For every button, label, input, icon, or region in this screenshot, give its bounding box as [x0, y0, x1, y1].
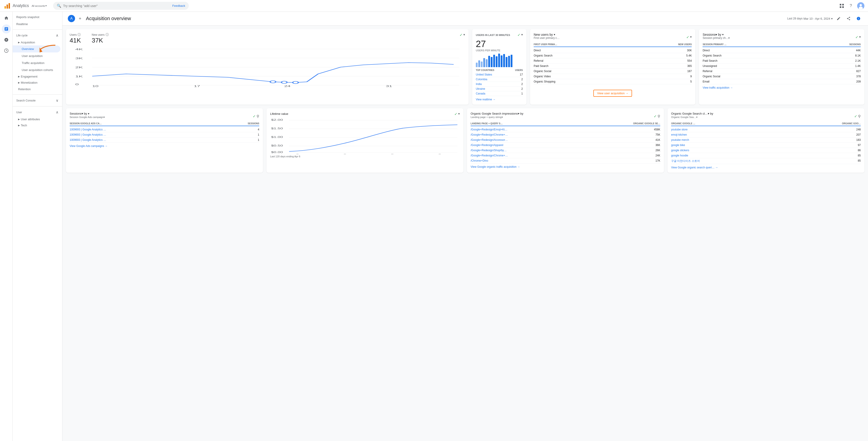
sidebar-icon-advertising[interactable]: [2, 46, 11, 55]
users-card-dropdown[interactable]: ▾: [463, 33, 465, 36]
sessions-dropdown[interactable]: ▾: [859, 35, 861, 39]
countries-table: United States 17 Colombia 2 India 2 Uk: [476, 72, 523, 96]
sessions-card-header: Sessions▾ by ▾ Session primary ch…▾ ✓ ▾: [703, 33, 861, 41]
realtime-section-label: USERS IN LAST 30 MINUTES: [476, 34, 510, 36]
organic-search-filter-icon[interactable]: ⚲: [858, 114, 861, 119]
search-bar[interactable]: 🔍 Feedback: [53, 2, 189, 10]
organic-impressions-header: Organic Google Search impressions▾ by La…: [471, 112, 660, 121]
all-accounts-selector[interactable]: All accounts ▾: [32, 4, 47, 7]
sidebar-item-user-acquisition-cohorts[interactable]: User acquisition cohorts: [13, 66, 62, 73]
sidebar-section-lifecycle[interactable]: Life cycle ∧: [13, 31, 62, 39]
topbar: Analytics All accounts ▾ 🔍 Feedback ?: [0, 0, 868, 12]
view-organic-search-link[interactable]: View Google organic search queri… →: [671, 166, 861, 169]
google-ads-status-icon: ✓: [253, 114, 256, 119]
table-row: 1009693 | Google Analytics … 1: [70, 137, 259, 143]
sidebar: Reports snapshot Realtime Life cycle ∧ ▶…: [13, 12, 62, 441]
main-content: A + Acquisition overview Last 28 days Ma…: [62, 12, 868, 441]
table-row: /Google+Redesign/Accessor… 41K: [471, 137, 660, 143]
project-badge[interactable]: A: [68, 15, 75, 22]
svg-text:31: 31: [386, 85, 392, 88]
svg-text:4K: 4K: [75, 48, 83, 51]
share-button[interactable]: [844, 14, 852, 23]
svg-text:Day: Day: [438, 154, 446, 154]
sidebar-item-traffic-acquisition[interactable]: Traffic acquisition: [13, 59, 62, 66]
sidebar-item-overview[interactable]: Overview: [13, 45, 60, 53]
svg-text:Mar: Mar: [88, 87, 98, 88]
google-ads-filter-icon[interactable]: ⚲: [256, 114, 259, 119]
lv-title: Lifetime value: [270, 112, 288, 116]
svg-text:0: 0: [75, 83, 79, 86]
avatar[interactable]: [857, 2, 864, 9]
sidebar-item-retention[interactable]: Retention: [13, 86, 62, 93]
lv-dropdown[interactable]: ▾: [458, 112, 460, 116]
table-row: /Google+Redesign/Apparel 36K: [471, 143, 660, 148]
table-row: google hoodie 85: [671, 153, 861, 158]
bar-1: [476, 63, 477, 67]
bar-3: [481, 61, 483, 67]
sidebar-item-monetization[interactable]: ▶ Monetization: [13, 80, 62, 86]
feedback-link[interactable]: Feedback: [172, 4, 185, 7]
new-users-dropdown[interactable]: ▾: [690, 35, 692, 39]
edit-report-button[interactable]: [835, 14, 843, 23]
svg-text:1K: 1K: [75, 75, 83, 78]
realtime-dropdown[interactable]: ▾: [521, 33, 523, 37]
sidebar-item-engagement[interactable]: ▶ Engagement: [13, 73, 62, 80]
new-users-status-icon: ✓: [686, 35, 689, 39]
page-header: A + Acquisition overview Last 28 days Ma…: [62, 12, 868, 26]
help-icon[interactable]: ?: [848, 3, 854, 8]
realtime-value: 27: [476, 39, 523, 49]
view-traffic-acquisition-link[interactable]: View traffic acquisition →: [703, 86, 861, 89]
users-help-icon[interactable]: ⓘ: [78, 33, 81, 37]
insights-button[interactable]: [855, 14, 863, 23]
google-ads-table: 1009693 | Google Analytics … 4 1009693 |…: [70, 127, 259, 143]
table-row: Organic Search 5.4K: [534, 53, 692, 58]
sidebar-section-user[interactable]: User ∧: [13, 108, 62, 116]
sidebar-item-acquisition[interactable]: ▶ Acquisition: [13, 39, 62, 45]
view-google-ads-link[interactable]: View Google Ads campaigns →: [70, 145, 259, 148]
table-row: Email 209: [703, 79, 861, 84]
view-organic-traffic-link[interactable]: View Google organic traffic acquisition …: [471, 165, 660, 168]
app-logo[interactable]: Analytics: [4, 2, 29, 9]
bar-9: [496, 56, 498, 67]
search-input[interactable]: [63, 4, 170, 8]
google-ads-card: Sessions▾ by ▾ Session Google Ads campai…: [66, 108, 263, 173]
apps-grid-icon[interactable]: [839, 3, 844, 8]
sessions-card-subtitle: Session primary ch…▾: [703, 36, 730, 39]
new-users-metric: New users ⓘ 37K: [92, 33, 109, 44]
header-right: Last 28 days Mar 10 - Apr 6, 2024 ▾: [787, 14, 863, 23]
chart-dot-3: [293, 82, 298, 84]
users-chart-area: 4K 3K 2K 1K 0: [70, 47, 465, 88]
sidebar-item-tech[interactable]: ▶ Tech: [13, 122, 62, 128]
sidebar-icon-home[interactable]: [2, 13, 11, 23]
sidebar-section-search-console[interactable]: Search Console ∨: [13, 96, 62, 104]
organic-impressions-status: ✓: [654, 114, 657, 119]
organic-impressions-filter-icon[interactable]: ⚲: [657, 114, 660, 119]
lifetime-value-card: Lifetime value ✓ ▾ $2.00 $1.50 $1.00 $0.: [267, 108, 463, 173]
sidebar-item-user-attributes[interactable]: ▶ User attributes: [13, 116, 62, 122]
organic-search-table-header: ORGANIC GOOGLE … ORGANIC GOO…: [671, 122, 861, 126]
view-user-acquisition-button[interactable]: View user acquisition →: [593, 90, 632, 97]
user-chevron: ∧: [56, 110, 59, 114]
svg-rect-6: [840, 6, 841, 8]
new-users-table: Direct 30K Organic Search 5.4K Referral …: [534, 48, 692, 84]
sidebar-item-realtime[interactable]: Realtime: [13, 21, 62, 28]
sidebar-item-user-acquisition[interactable]: User acquisition: [13, 53, 62, 59]
table-row: youtube store 248: [671, 127, 861, 132]
new-users-card-subtitle: First user primary c…: [534, 36, 560, 39]
sidebar-icon-reports[interactable]: [2, 24, 11, 33]
new-users-help-icon[interactable]: ⓘ: [105, 33, 109, 37]
new-users-label: New users ⓘ: [92, 33, 109, 37]
new-users-card: New users by ▾ First user primary c… ✓ ▾…: [530, 29, 695, 105]
view-realtime-link[interactable]: View realtime →: [476, 98, 523, 101]
sidebar-item-reports-snapshot[interactable]: Reports snapshot: [13, 13, 62, 21]
svg-rect-1: [6, 4, 8, 8]
country-row-ua: Ukraine 2: [476, 87, 523, 91]
sidebar-icon-explore[interactable]: [2, 35, 11, 44]
add-button[interactable]: +: [77, 15, 83, 22]
svg-rect-2: [8, 3, 10, 8]
date-range-selector[interactable]: Last 28 days Mar 10 - Apr 6, 2024 ▾: [787, 17, 833, 20]
sessions-card: Sessions▾ by ▾ Session primary ch…▾ ✓ ▾ …: [699, 29, 864, 105]
bar-10: [498, 54, 500, 67]
sidebar-label-realtime: Realtime: [16, 22, 28, 26]
organic-search-header: Organic Google Search cl…▾ by Organic Go…: [671, 112, 861, 121]
